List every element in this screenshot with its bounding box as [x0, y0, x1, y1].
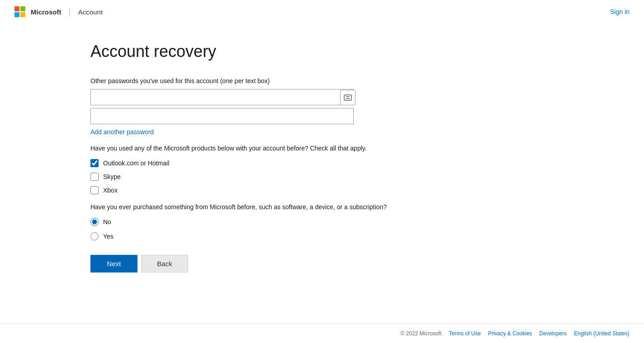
- logo-red: [14, 6, 19, 11]
- header-divider: |: [69, 7, 71, 17]
- checkbox-skype-label: Skype: [103, 173, 121, 180]
- checkbox-outlook-label: Outlook.com or Hotmail: [103, 160, 169, 167]
- password-fields: [90, 89, 407, 124]
- checkbox-xbox-input[interactable]: [90, 186, 99, 194]
- checkbox-group: Outlook.com or Hotmail Skype Xbox: [90, 159, 407, 194]
- add-another-password-link[interactable]: Add another password: [90, 128, 154, 136]
- passwords-label: Other passwords you've used for this acc…: [90, 77, 407, 85]
- checkbox-skype-input[interactable]: [90, 173, 99, 181]
- products-question: Have you used any of the Microsoft produ…: [90, 145, 407, 152]
- back-button[interactable]: Back: [141, 255, 188, 273]
- radio-yes[interactable]: Yes: [90, 232, 407, 240]
- password-reveal-button[interactable]: [340, 90, 355, 105]
- page-title: Account recovery: [90, 42, 407, 61]
- footer: © 2022 Microsoft Terms of Use Privacy & …: [0, 324, 644, 343]
- checkbox-outlook-input[interactable]: [90, 159, 99, 167]
- radio-no-input[interactable]: [90, 218, 99, 226]
- radio-no-label: No: [103, 218, 111, 226]
- header-app-name: Account: [78, 8, 103, 16]
- header-left: Microsoft | Account: [14, 6, 103, 17]
- checkbox-skype[interactable]: Skype: [90, 173, 407, 181]
- sign-in-link[interactable]: Sign in: [610, 8, 630, 15]
- microsoft-logo: [14, 6, 25, 17]
- language-selector[interactable]: English (United States): [574, 330, 630, 337]
- purchase-question: Have you ever purchased something from M…: [90, 203, 407, 211]
- checkbox-xbox[interactable]: Xbox: [90, 186, 407, 194]
- logo-blue: [14, 12, 19, 17]
- button-row: Next Back: [90, 255, 407, 273]
- password-input-1[interactable]: [90, 89, 354, 105]
- terms-of-use-link[interactable]: Terms of Use: [449, 330, 481, 337]
- main-content: Account recovery Other passwords you've …: [0, 23, 407, 273]
- svg-rect-0: [344, 95, 351, 100]
- header: Microsoft | Account Sign in: [0, 0, 644, 23]
- footer-copyright: © 2022 Microsoft: [401, 330, 442, 337]
- logo-green: [20, 6, 25, 11]
- radio-group: No Yes: [90, 218, 407, 240]
- checkbox-xbox-label: Xbox: [103, 187, 118, 194]
- radio-no[interactable]: No: [90, 218, 407, 226]
- radio-yes-label: Yes: [103, 233, 114, 240]
- checkbox-outlook[interactable]: Outlook.com or Hotmail: [90, 159, 407, 167]
- password-input-2[interactable]: [90, 108, 354, 124]
- radio-yes-input[interactable]: [90, 232, 99, 240]
- ms-wordmark: Microsoft: [31, 8, 62, 16]
- developers-link[interactable]: Developers: [540, 330, 567, 337]
- logo-yellow: [20, 12, 25, 17]
- next-button[interactable]: Next: [90, 255, 137, 273]
- privacy-cookies-link[interactable]: Privacy & Cookies: [488, 330, 532, 337]
